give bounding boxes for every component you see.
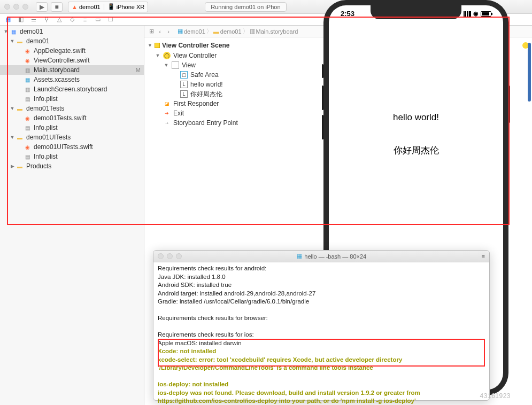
nav-tab-icon[interactable]: ☰ [30, 16, 37, 23]
scene-icon [155, 43, 160, 48]
sim-status-bar: 2:53 ◉ [329, 10, 503, 18]
nav-item-demo01[interactable]: ▼▦demo01 [0, 27, 144, 36]
nav-item-launchscreen-storyboard[interactable]: ▥LaunchScreen.storyboard [0, 84, 144, 94]
signal-icon [464, 11, 471, 17]
run-button[interactable]: ▶ [36, 2, 48, 12]
assets-icon: ▦ [23, 76, 32, 83]
sim-volume-down[interactable] [322, 115, 323, 139]
nav-item-assets-xcassets[interactable]: ▦Assets.xcassets [0, 75, 144, 84]
terminal-title: hello — -bash — 80×24 [304, 253, 366, 260]
scheme-project: demo01 [79, 4, 101, 10]
crumb-3[interactable]: Main.storyboard [256, 28, 298, 35]
app-label-1: hello world! [329, 112, 503, 123]
close-dot[interactable] [4, 4, 10, 10]
nav-tab-icon[interactable]: ≡ [81, 17, 89, 23]
sim-clock: 2:53 [341, 10, 354, 18]
battery-icon [481, 11, 491, 17]
firstresponder-icon: ◪ [163, 100, 171, 107]
close-dot[interactable] [158, 253, 164, 259]
nav-item-demo01uitests[interactable]: ▼▬demo01UITests [0, 133, 144, 142]
back-icon[interactable]: ‹ [156, 28, 164, 35]
scene-title: View Controller Scene [162, 42, 230, 49]
folder-icon: ▬ [16, 37, 24, 45]
terminal-menu-icon[interactable]: ≡ [482, 253, 485, 260]
entry-icon: → [163, 119, 171, 127]
nav-item-demo01tests[interactable]: ▼▬demo01Tests [0, 104, 144, 113]
nav-tab-icon[interactable]: ◧ [17, 16, 25, 23]
zoom-dot[interactable] [22, 4, 28, 10]
minimize-dot[interactable] [167, 253, 173, 259]
nav-item-info-plist[interactable]: ▤Info.plist [0, 94, 144, 104]
app-label-2: 你好周杰伦 [329, 144, 503, 157]
nav-item-info-plist[interactable]: ▤Info.plist [0, 123, 144, 133]
nav-item-appdelegate-swift[interactable]: ◉AppDelegate.swift [0, 46, 144, 56]
proj-icon: ▦ [9, 28, 18, 35]
sim-power-button[interactable] [508, 85, 510, 123]
terminal-titlebar: ▦hello — -bash — 80×24 ≡ [153, 251, 489, 262]
nav-item-viewcontroller-swift[interactable]: ◉ViewController.swift [0, 56, 144, 65]
nav-tab-icon[interactable]: ▭ [94, 16, 102, 23]
vc-icon: ◯ [163, 52, 171, 59]
nav-tab-icon[interactable]: ☐ [107, 16, 114, 23]
swift-icon: ◉ [23, 47, 32, 54]
sim-mute-switch[interactable] [322, 64, 323, 78]
label-icon: L [180, 81, 188, 88]
stop-button[interactable]: ■ [51, 2, 63, 12]
folder-icon: ▬ [16, 134, 24, 141]
page-scrollbar[interactable] [528, 43, 531, 102]
nav-item-demo01[interactable]: ▼▬demo01 [0, 36, 144, 46]
sim-volume-up[interactable] [322, 85, 323, 110]
label-icon: L [180, 90, 188, 98]
swift-icon: ◉ [23, 57, 32, 64]
terminal-window[interactable]: ▦hello — -bash — 80×24 ≡ Requirements ch… [153, 250, 490, 401]
zoom-dot[interactable] [176, 253, 182, 259]
terminal-output[interactable]: Requirements check results for android: … [153, 262, 489, 405]
nav-item-demo01uitests-swift[interactable]: ◉demo01UITests.swift [0, 142, 144, 152]
safearea-icon: ▢ [180, 71, 188, 79]
folder-icon: ▦ [297, 253, 302, 260]
scheme-selector[interactable]: ▲demo01 📱iPhone XR [68, 2, 148, 12]
crumb-1[interactable]: demo01 [184, 28, 205, 35]
crumb-2[interactable]: demo01 [220, 28, 242, 35]
exit-icon: ➔ [163, 110, 171, 117]
window-controls [4, 4, 28, 10]
minimize-dot[interactable] [13, 4, 19, 10]
scheme-device: iPhone XR [117, 4, 145, 10]
nav-item-info-plist[interactable]: ▤Info.plist [0, 152, 144, 161]
activity-status: Running demo01 on iPhon [205, 2, 286, 12]
nav-item-products[interactable]: ▶▬Products [0, 161, 144, 171]
wifi-icon: ◉ [473, 10, 479, 17]
plist-icon: ▤ [23, 95, 32, 103]
grid-icon[interactable]: ⊞ [148, 28, 155, 35]
plist-icon: ▤ [23, 153, 32, 160]
search-icon[interactable]: ⚲ [43, 16, 50, 23]
nav-tab-icon[interactable]: ◇ [68, 16, 76, 23]
folder-icon: ▬ [16, 162, 24, 170]
nav-item-demo01tests-swift[interactable]: ◉demo01Tests.swift [0, 113, 144, 123]
swift-icon: ◉ [23, 143, 32, 151]
forward-icon[interactable]: › [165, 28, 172, 35]
sb-icon: ▥ [23, 85, 32, 93]
folder-icon: ▬ [16, 105, 24, 112]
plist-icon: ▤ [23, 124, 32, 131]
app-content: hello world! 你好周杰伦 [329, 112, 503, 178]
swift-icon: ◉ [23, 114, 32, 122]
nav-item-main-storyboard[interactable]: ▥Main.storyboardM [0, 65, 144, 75]
project-nav-icon[interactable]: ▦ [4, 16, 12, 23]
view-icon [172, 61, 179, 69]
sb-icon: ▥ [23, 66, 32, 74]
issue-icon[interactable]: △ [56, 16, 63, 23]
project-navigator: ▼▦demo01▼▬demo01◉AppDelegate.swift◉ViewC… [0, 26, 144, 405]
